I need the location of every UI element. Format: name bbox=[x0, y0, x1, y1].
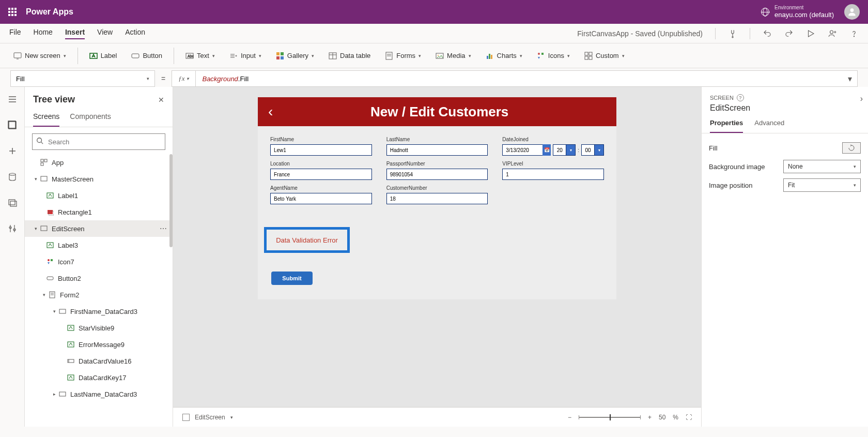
user-avatar[interactable] bbox=[844, 4, 860, 20]
input-firstname[interactable] bbox=[270, 144, 372, 156]
input-passport[interactable] bbox=[386, 169, 488, 180]
tree-tab-components[interactable]: Components bbox=[70, 108, 111, 127]
expand-formula-icon[interactable]: ▾ bbox=[843, 74, 857, 84]
help-icon[interactable]: ? bbox=[737, 94, 744, 101]
svg-rect-58 bbox=[41, 176, 47, 181]
tree-node-label1[interactable]: Label1 bbox=[25, 187, 173, 204]
input-agent[interactable] bbox=[270, 193, 372, 204]
tree-node-rectangle1[interactable]: Rectangle1 bbox=[25, 204, 173, 220]
footer-checkbox[interactable] bbox=[182, 414, 190, 421]
new-screen-button[interactable]: New screen▾ bbox=[8, 49, 71, 63]
collapse-panel-icon[interactable]: › bbox=[860, 94, 863, 103]
hour-dropdown-icon[interactable]: ▾ bbox=[566, 144, 576, 156]
hamburger-icon[interactable] bbox=[7, 94, 18, 104]
tree-scrollbar[interactable] bbox=[169, 154, 173, 247]
chevron-down-icon[interactable]: ▾ bbox=[230, 415, 233, 420]
button-button[interactable]: Button bbox=[126, 49, 167, 63]
button-icon bbox=[131, 52, 140, 60]
fx-icon: ƒx ▾ bbox=[172, 71, 196, 86]
input-location[interactable] bbox=[270, 169, 372, 180]
tree-node-editscreen[interactable]: ▾EditScreen⋯ bbox=[25, 220, 173, 237]
input-button[interactable]: Input▾ bbox=[224, 49, 267, 63]
submit-button[interactable]: Submit bbox=[271, 272, 313, 285]
zoom-slider[interactable] bbox=[579, 417, 641, 418]
zoom-out-icon[interactable]: − bbox=[568, 414, 571, 421]
prop-tab-advanced[interactable]: Advanced bbox=[754, 119, 784, 133]
tree-view-icon[interactable] bbox=[7, 120, 18, 130]
svg-rect-71 bbox=[59, 309, 66, 313]
menu-home[interactable]: Home bbox=[34, 28, 53, 39]
tree-node-firstname-dc[interactable]: ▾FirstName_DataCard3 bbox=[25, 303, 173, 320]
redo-icon[interactable] bbox=[784, 29, 794, 38]
node-more-icon[interactable]: ⋯ bbox=[160, 224, 167, 233]
menu-insert[interactable]: Insert bbox=[65, 28, 85, 39]
icons-icon bbox=[537, 52, 545, 60]
close-tree-icon[interactable]: ✕ bbox=[158, 96, 164, 104]
insert-rail-icon[interactable] bbox=[7, 146, 18, 156]
tree-tab-screens[interactable]: Screens bbox=[33, 108, 59, 127]
fit-icon[interactable]: ⛶ bbox=[686, 414, 692, 421]
svg-rect-56 bbox=[44, 159, 47, 162]
charts-button[interactable]: Charts▾ bbox=[481, 49, 528, 63]
input-vip[interactable] bbox=[502, 169, 604, 180]
tree-node-starvisible9[interactable]: StarVisible9 bbox=[25, 320, 173, 336]
tree-node-datacardvalue16[interactable]: DataCardValue16 bbox=[25, 353, 173, 369]
validation-error-box[interactable]: Data Validation Error bbox=[264, 227, 350, 253]
fill-color-swatch[interactable] bbox=[842, 142, 861, 154]
forms-button[interactable]: Forms▾ bbox=[380, 49, 426, 63]
tree-node-lastname-dc[interactable]: ▸LastName_DataCard3 bbox=[25, 386, 173, 402]
back-arrow-icon[interactable]: ‹ bbox=[268, 103, 273, 120]
app-checker-icon[interactable] bbox=[728, 29, 737, 38]
footer-breadcrumb[interactable]: EditScreen bbox=[195, 414, 225, 421]
media-button[interactable]: Media▾ bbox=[430, 49, 476, 63]
play-icon[interactable] bbox=[806, 29, 815, 38]
menu-file[interactable]: File bbox=[9, 28, 21, 39]
tree-node-button2[interactable]: Button2 bbox=[25, 270, 173, 287]
app-launcher-icon[interactable] bbox=[8, 8, 17, 16]
undo-icon[interactable] bbox=[763, 29, 772, 38]
label-icon bbox=[89, 52, 98, 60]
person-icon bbox=[847, 7, 857, 17]
zoom-in-icon[interactable]: + bbox=[648, 414, 652, 421]
bgimage-select[interactable]: None▾ bbox=[783, 160, 861, 173]
menu-view[interactable]: View bbox=[97, 28, 113, 39]
datacard-node-icon bbox=[58, 307, 67, 316]
menu-action[interactable]: Action bbox=[125, 28, 145, 39]
tree-node-datacardkey17[interactable]: DataCardKey17 bbox=[25, 369, 173, 386]
formula-bar: Fill ▾ = ƒx ▾ Background.Fill ▾ bbox=[0, 68, 868, 87]
datacard-node-icon bbox=[58, 389, 67, 399]
share-icon[interactable] bbox=[828, 29, 837, 38]
tree-node-form2[interactable]: ▾Form2 bbox=[25, 287, 173, 303]
input-hour[interactable] bbox=[553, 144, 566, 156]
text-button[interactable]: AbcText▾ bbox=[180, 49, 220, 63]
help-icon[interactable] bbox=[849, 29, 859, 38]
data-table-button[interactable]: Data table bbox=[323, 49, 376, 63]
menu-bar: File Home Insert View Action FirstCanvas… bbox=[0, 24, 868, 43]
minute-dropdown-icon[interactable]: ▾ bbox=[595, 144, 604, 156]
environment-selector[interactable]: Environment enayu.com (default) bbox=[761, 5, 834, 19]
tree-search-input[interactable] bbox=[32, 133, 165, 150]
tree-node-label3[interactable]: Label3 bbox=[25, 237, 173, 253]
imgpos-select[interactable]: Fit▾ bbox=[783, 178, 861, 192]
input-custno[interactable] bbox=[386, 193, 488, 204]
formula-input[interactable]: ƒx ▾ Background.Fill ▾ bbox=[172, 70, 858, 87]
input-lastname[interactable] bbox=[386, 144, 488, 156]
tree-node-masterscreen[interactable]: ▾MasterScreen bbox=[25, 171, 173, 187]
tree-node-icon7[interactable]: Icon7 bbox=[25, 253, 173, 270]
prop-tab-properties[interactable]: Properties bbox=[710, 119, 743, 133]
gallery-button[interactable]: Gallery▾ bbox=[271, 49, 319, 63]
property-selector[interactable]: Fill ▾ bbox=[10, 70, 155, 87]
media-rail-icon[interactable] bbox=[7, 198, 18, 208]
icons-button[interactable]: Icons▾ bbox=[532, 49, 575, 63]
data-rail-icon[interactable] bbox=[7, 172, 18, 182]
custom-button[interactable]: Custom▾ bbox=[579, 49, 630, 63]
calendar-icon[interactable]: 📅 bbox=[542, 144, 551, 156]
label-button[interactable]: Label bbox=[84, 49, 122, 63]
tree-node-app[interactable]: App bbox=[25, 154, 173, 171]
tools-rail-icon[interactable] bbox=[7, 223, 18, 234]
svg-point-28 bbox=[438, 55, 439, 56]
canvas-screen[interactable]: ‹ New / Edit Customers FirstName LastNam… bbox=[258, 97, 616, 299]
input-date[interactable] bbox=[502, 144, 542, 156]
tree-node-errormessage9[interactable]: ErrorMessage9 bbox=[25, 336, 173, 353]
input-minute[interactable] bbox=[581, 144, 595, 156]
